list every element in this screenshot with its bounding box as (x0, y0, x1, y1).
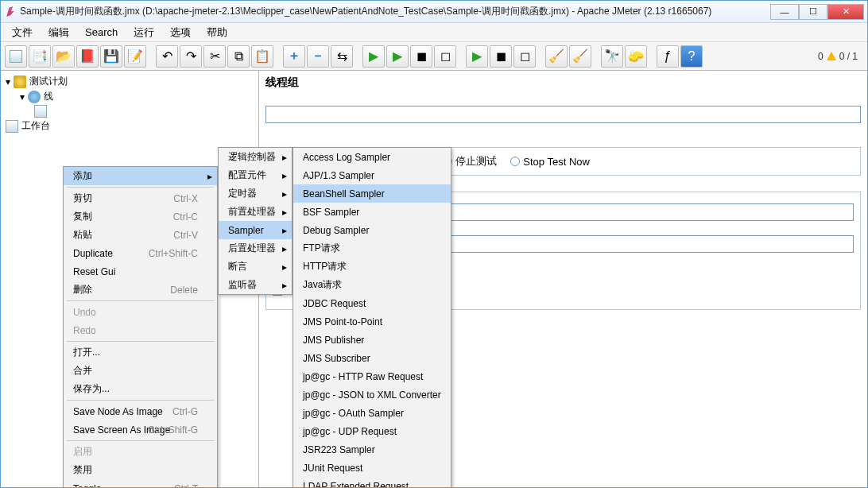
ctx-sampler-item[interactable]: jp@gc - OAuth Sampler (293, 404, 451, 422)
add-submenu[interactable]: 逻辑控制器▸配置元件▸定时器▸前置处理器▸Sampler▸后置处理器▸断言▸监听… (218, 147, 293, 295)
maximize-button[interactable]: ☐ (799, 4, 827, 20)
menu-item-label: 合并 (73, 364, 92, 378)
ctx-sampler-item[interactable]: JDBC Request (293, 294, 451, 312)
ctx-sampler-item[interactable]: jp@gc - UDP Request (293, 422, 451, 440)
ctx-main-item[interactable]: Save Screen As ImageCtrl+Shift-G (64, 420, 217, 439)
ctx-add-item[interactable]: 定时器▸ (219, 184, 292, 203)
tree-item-inner[interactable] (33, 104, 255, 118)
ctx-sampler-item[interactable]: Access Log Sampler (293, 148, 451, 166)
menu-item-label: Duplicate (73, 248, 113, 259)
minimize-button[interactable]: — (770, 4, 799, 20)
ctx-sampler-item[interactable]: AJP/1.3 Sampler (293, 166, 451, 184)
ctx-sampler-item[interactable]: BSF Sampler (293, 203, 451, 221)
ctx-main-item[interactable]: 剪切Ctrl-X (64, 189, 217, 207)
ctx-main-item[interactable]: 禁用 (64, 461, 217, 479)
ctx-main-item[interactable]: 复制Ctrl-C (64, 207, 217, 226)
clear-all-button[interactable]: 🧹 (569, 45, 591, 68)
close-file-button[interactable]: 📕 (76, 45, 99, 68)
save-as-button[interactable]: 📝 (124, 45, 146, 68)
stop-button[interactable]: ◼ (410, 45, 432, 68)
ctx-sampler-item[interactable]: LDAP Extended Request (293, 477, 451, 487)
clear-button[interactable]: 🧹 (545, 45, 568, 68)
name-input[interactable] (265, 106, 861, 123)
cut-button[interactable]: ✂ (203, 45, 226, 68)
ctx-add-item[interactable]: 配置元件▸ (219, 166, 292, 184)
undo-button[interactable]: ↶ (156, 45, 178, 68)
window-title: Sample-调用时间戳函数.jmx (D:\apache-jmeter-2.1… (20, 5, 711, 18)
opt-stop-test-now[interactable]: Stop Test Now (510, 156, 590, 168)
menu-options[interactable]: 选项 (162, 24, 199, 41)
menu-item-label: 打开... (73, 346, 100, 359)
ctx-sampler-item[interactable]: jp@gc - JSON to XML Converter (293, 385, 451, 404)
menu-item-shortcut: Ctrl+Shift-G (148, 424, 198, 436)
tree-root[interactable]: ▾ 测试计划 (4, 74, 255, 89)
submenu-arrow-icon: ▸ (282, 170, 287, 181)
ctx-sampler-item[interactable]: HTTP请求 (293, 258, 451, 276)
close-button[interactable]: ✕ (827, 4, 864, 20)
ctx-sampler-item[interactable]: JUnit Request (293, 459, 451, 477)
new-button[interactable] (5, 45, 27, 68)
start-no-timers-button[interactable]: ▶ (386, 45, 409, 68)
ctx-add-item[interactable]: 后置处理器▸ (219, 239, 292, 258)
menubar: 文件 编辑 Search 运行 选项 帮助 (1, 23, 867, 42)
ctx-main-item[interactable]: 粘贴Ctrl-V (64, 226, 217, 244)
menu-item-label: 删除 (73, 283, 92, 296)
function-helper-button[interactable]: ƒ (657, 45, 679, 68)
ctx-add-item[interactable]: 逻辑控制器▸ (219, 148, 292, 166)
ctx-main-item[interactable]: Save Node As ImageCtrl-G (64, 402, 217, 420)
warning-icon (827, 52, 836, 60)
remote-start-button[interactable]: ▶ (466, 45, 488, 68)
ctx-main-item[interactable]: 删除Delete (64, 281, 217, 299)
ctx-sampler-item[interactable]: JMS Publisher (293, 331, 451, 349)
menu-item-label: jp@gc - HTTP Raw Request (303, 371, 423, 382)
ctx-sampler-item[interactable]: FTP请求 (293, 239, 451, 258)
menu-item-label: 粘贴 (73, 228, 92, 242)
menu-search[interactable]: Search (77, 25, 126, 40)
sampler-submenu[interactable]: Access Log SamplerAJP/1.3 SamplerBeanShe… (293, 147, 451, 487)
ctx-sampler-item[interactable]: BeanShell Sampler (293, 184, 451, 203)
ctx-main-item[interactable]: 添加▸ (64, 167, 217, 185)
search-button[interactable]: 🔭 (601, 45, 623, 68)
context-menu[interactable]: 添加▸剪切Ctrl-X复制Ctrl-C粘贴Ctrl-VDuplicateCtrl… (63, 166, 218, 487)
ctx-sampler-item[interactable]: JMS Subscriber (293, 349, 451, 367)
copy-button[interactable]: ⧉ (227, 45, 250, 68)
help-button[interactable]: ? (680, 45, 703, 68)
collapse-button[interactable]: － (307, 45, 329, 68)
tree-workbench[interactable]: 工作台 (4, 118, 255, 134)
menu-run[interactable]: 运行 (126, 24, 162, 41)
tree-thread-group[interactable]: ▾ 线 (18, 89, 255, 104)
remote-stop-button[interactable]: ◼ (490, 45, 512, 68)
menu-help[interactable]: 帮助 (199, 24, 235, 41)
save-button[interactable]: 💾 (100, 45, 122, 68)
ctx-sampler-item[interactable]: Debug Sampler (293, 221, 451, 239)
start-button[interactable]: ▶ (362, 45, 385, 68)
ctx-main-item[interactable]: 合并 (64, 362, 217, 380)
ctx-sampler-item[interactable]: JSR223 Sampler (293, 440, 451, 459)
ctx-main-item[interactable]: ToggleCtrl-T (64, 479, 217, 487)
ctx-sampler-item[interactable]: JMS Point-to-Point (293, 312, 451, 331)
menu-file[interactable]: 文件 (4, 24, 41, 41)
ctx-main-item[interactable]: DuplicateCtrl+Shift-C (64, 244, 217, 262)
ctx-sampler-item[interactable]: jp@gc - HTTP Raw Request (293, 367, 451, 385)
ctx-main-item[interactable]: 保存为... (64, 380, 217, 398)
ctx-main-item[interactable]: Reset Gui (64, 262, 217, 281)
ctx-add-item[interactable]: Sampler▸ (219, 221, 292, 239)
shutdown-button[interactable]: ◻ (434, 45, 456, 68)
ctx-add-item[interactable]: 监听器▸ (219, 276, 292, 294)
redo-button[interactable]: ↷ (180, 45, 202, 68)
submenu-arrow-icon: ▸ (282, 261, 287, 273)
open-button[interactable]: 📂 (52, 45, 75, 68)
ctx-sampler-item[interactable]: Java请求 (293, 276, 451, 294)
menu-edit[interactable]: 编辑 (41, 24, 77, 41)
menu-item-label: jp@gc - UDP Request (303, 426, 397, 437)
templates-button[interactable]: 📑 (29, 45, 51, 68)
ctx-main-separator (67, 187, 214, 188)
ctx-main-item[interactable]: 打开... (64, 343, 217, 362)
expand-button[interactable]: ＋ (283, 45, 305, 68)
ctx-add-item[interactable]: 前置处理器▸ (219, 203, 292, 221)
remote-shutdown-button[interactable]: ◻ (513, 45, 536, 68)
toggle-button[interactable]: ⇆ (331, 45, 353, 68)
reset-search-button[interactable]: 🧽 (625, 45, 647, 68)
paste-button[interactable]: 📋 (251, 45, 273, 68)
ctx-add-item[interactable]: 断言▸ (219, 258, 292, 276)
